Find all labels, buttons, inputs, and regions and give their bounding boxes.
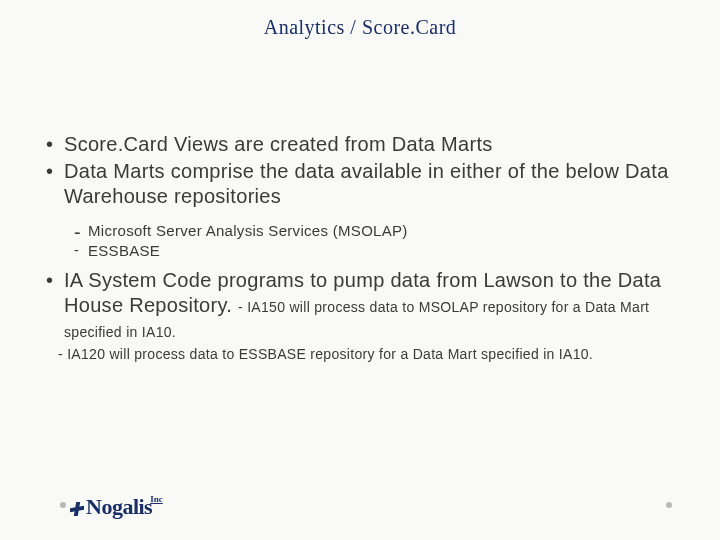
logo-suffix: Inc (150, 494, 163, 504)
bullet-text: Score.Card Views are created from Data M… (64, 133, 493, 155)
footer: Nogalis Inc (0, 482, 720, 522)
decorative-dot-icon (666, 502, 672, 508)
bullet-item-2: Data Marts comprise the data available i… (40, 159, 680, 209)
sub-bullet-2: ESSBASE (40, 241, 680, 261)
decorative-dot-icon (60, 502, 66, 508)
sub-bullet-text: Microsoft Server Analysis Services (MSOL… (88, 222, 408, 239)
bullet-item-1: Score.Card Views are created from Data M… (40, 132, 680, 157)
sub-bullet-text: ESSBASE (88, 242, 160, 259)
bullet-item-3: IA System Code programs to pump data fro… (40, 268, 680, 343)
company-logo: Nogalis Inc (70, 494, 165, 520)
slide: Analytics / Score.Card Score.Card Views … (0, 0, 720, 540)
bullet-text: Data Marts comprise the data available i… (64, 160, 669, 207)
slide-title: Analytics / Score.Card (0, 16, 720, 39)
logo-star-icon (70, 502, 84, 516)
content-area: Score.Card Views are created from Data M… (40, 132, 680, 363)
note-line-2: - IA120 will process data to ESSBASE rep… (40, 345, 680, 364)
logo-text: Nogalis (86, 494, 152, 520)
sub-bullet-1: Microsoft Server Analysis Services (MSOL… (40, 221, 680, 241)
